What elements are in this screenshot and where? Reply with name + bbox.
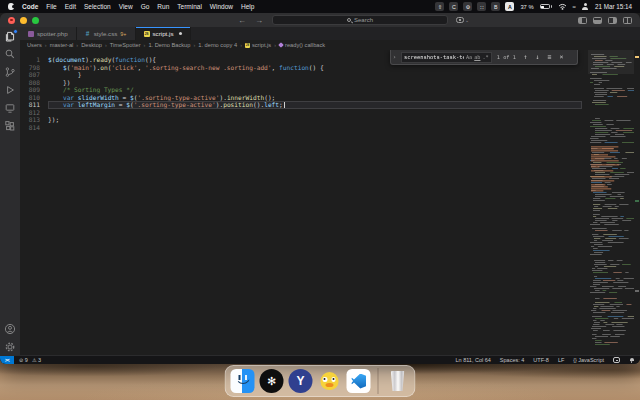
c-app-icon[interactable]: C — [449, 2, 458, 11]
tab-spotter-php[interactable]: spotter.php — [20, 27, 77, 40]
accounts-icon[interactable] — [4, 323, 17, 335]
fast-user-switch-icon[interactable] — [582, 3, 589, 10]
code-line[interactable]: 811 var leftMargin = $('.sorting-type-ac… — [20, 101, 582, 109]
line-number: 1 — [20, 56, 40, 64]
indentation-setting[interactable]: Spaces: 4 — [500, 357, 524, 363]
wifi-icon[interactable] — [558, 3, 567, 10]
menu-view[interactable]: View — [119, 3, 133, 10]
title-bar[interactable]: ← → Search ⌄ — [0, 13, 640, 27]
activity-bar — [0, 27, 20, 355]
breadcrumb-label: Users — [27, 42, 42, 48]
toggle-sidebar-icon[interactable] — [578, 17, 587, 24]
code-line[interactable]: 808 }) — [20, 79, 582, 87]
cursor-position[interactable]: Ln 811, Col 64 — [455, 357, 490, 363]
search-sidebar-icon[interactable] — [4, 48, 17, 60]
breadcrumb-item[interactable]: master-al — [50, 42, 74, 48]
editor-group: spotter.php#style.css9+JSscript.js Users… — [20, 27, 640, 355]
zoom-window-button[interactable] — [32, 17, 39, 24]
code-lines[interactable]: 1$(document).ready(function(){798 $('mai… — [20, 56, 582, 131]
regex-icon[interactable]: .* — [483, 54, 489, 60]
breadcrumb-label: ready() callback — [285, 42, 325, 48]
dock-chatgpt-icon[interactable]: ✻ — [260, 369, 284, 393]
warning-icon: ⚠ — [32, 357, 37, 363]
shield-icon[interactable]: ⇧ — [435, 2, 444, 11]
menu-file[interactable]: File — [46, 3, 56, 10]
breadcrumb-label: master-al — [50, 42, 74, 48]
code-line[interactable]: 807 } — [20, 71, 582, 79]
source-control-icon[interactable] — [4, 66, 17, 78]
paw-icon[interactable]: ∷ — [477, 2, 486, 11]
close-window-button[interactable] — [8, 17, 15, 24]
breadcrumb-item[interactable]: TimeSpotter — [110, 42, 141, 48]
menu-go[interactable]: Go — [141, 3, 150, 10]
customize-layout-icon[interactable] — [623, 17, 632, 24]
navigate-forward-icon[interactable]: → — [255, 16, 263, 25]
command-center-search[interactable]: Search — [272, 15, 448, 25]
previous-match-icon[interactable]: ↑ — [521, 53, 530, 61]
breadcrumb-item[interactable]: Users — [27, 42, 42, 48]
code-line[interactable]: 814 — [20, 124, 582, 132]
menu-window[interactable]: Window — [210, 3, 233, 10]
whole-word-icon[interactable]: ab — [474, 54, 480, 60]
dock-vs-code-icon[interactable] — [347, 369, 371, 393]
toggle-replace-icon[interactable]: › — [391, 50, 398, 64]
menu-help[interactable]: Help — [241, 3, 254, 10]
copilot-menu[interactable]: ⌄ — [456, 17, 469, 23]
apple-menu-icon[interactable] — [8, 3, 14, 10]
remote-indicator[interactable]: >< — [0, 356, 14, 364]
minimap[interactable] — [588, 50, 634, 355]
close-find-icon[interactable]: × — [557, 53, 566, 61]
breadcrumb-item[interactable]: 1. Demo Backup — [148, 42, 190, 48]
dock-finder-icon[interactable] — [231, 369, 255, 393]
breadcrumb-item[interactable]: ready() callback — [279, 42, 325, 48]
dock-yandex-icon[interactable]: Y — [289, 369, 313, 393]
menu-edit[interactable]: Edit — [65, 3, 76, 10]
tab-style-css[interactable]: #style.css9+ — [77, 27, 136, 40]
code-line[interactable]: 813}); — [20, 116, 582, 124]
code-editor[interactable]: 1$(document).ready(function(){798 $('mai… — [20, 50, 640, 355]
menubar-clock[interactable]: 21 Mar 15:14 — [595, 3, 632, 10]
b-app-icon[interactable]: B — [491, 2, 500, 11]
code-line[interactable]: 812 — [20, 109, 582, 117]
control-center-icon[interactable]: ≈ — [573, 4, 576, 10]
overview-ruler[interactable] — [634, 50, 640, 355]
next-match-icon[interactable]: ↓ — [533, 53, 542, 61]
encoding-setting[interactable]: UTF-8 — [533, 357, 549, 363]
copilot-status-icon[interactable] — [613, 357, 620, 363]
language-mode[interactable]: {} JavaScript — [573, 357, 604, 363]
minimize-window-button[interactable] — [20, 17, 27, 24]
input-source-icon[interactable]: A — [505, 2, 514, 11]
breadcrumb[interactable]: Users›master-al›Desktop›TimeSpotter›1. D… — [20, 40, 640, 50]
toggle-secondary-sidebar-icon[interactable] — [608, 17, 617, 24]
run-debug-icon[interactable] — [4, 84, 17, 96]
menu-run[interactable]: Run — [157, 3, 169, 10]
code-line[interactable]: 810 var sliderWidth = $('.sorting-type-a… — [20, 94, 582, 102]
find-input[interactable] — [404, 54, 464, 60]
settings-gear-icon[interactable] — [4, 341, 17, 353]
extensions-icon[interactable] — [4, 120, 17, 132]
notifications-bell-icon[interactable] — [629, 358, 634, 363]
eol-setting[interactable]: LF — [558, 357, 564, 363]
search-placeholder: Search — [354, 17, 373, 23]
problems-summary[interactable]: ⊘9 ⚠3 — [19, 357, 41, 363]
explorer-icon[interactable] — [4, 30, 17, 42]
dock-cyberduck-icon[interactable] — [318, 369, 342, 393]
menu-selection[interactable]: Selection — [84, 3, 111, 10]
breadcrumb-item[interactable]: 1. demo copy 4 — [198, 42, 237, 48]
battery-icon[interactable] — [540, 4, 552, 9]
navigate-back-icon[interactable]: ← — [238, 16, 246, 25]
code-line[interactable]: 809 /* Sorting Types */ — [20, 86, 582, 94]
menu-terminal[interactable]: Terminal — [177, 3, 202, 10]
gear-menu-icon[interactable]: ⚙ — [463, 2, 472, 11]
toggle-panel-icon[interactable] — [593, 17, 602, 24]
find-in-selection-icon[interactable]: ≡ — [545, 53, 554, 61]
breadcrumb-item[interactable]: JSscript.js — [245, 42, 271, 48]
menu-app-name[interactable]: Code — [22, 3, 38, 10]
tab-script-js[interactable]: JSscript.js — [136, 27, 191, 40]
match-case-icon[interactable]: Aa — [466, 54, 472, 60]
menu-items: FileEditSelectionViewGoRunTerminalWindow… — [46, 3, 254, 10]
remote-explorer-icon[interactable] — [4, 102, 17, 114]
breadcrumb-item[interactable]: Desktop — [81, 42, 102, 48]
dock-trash-icon[interactable] — [386, 369, 410, 393]
minimap-slider[interactable] — [588, 50, 634, 74]
